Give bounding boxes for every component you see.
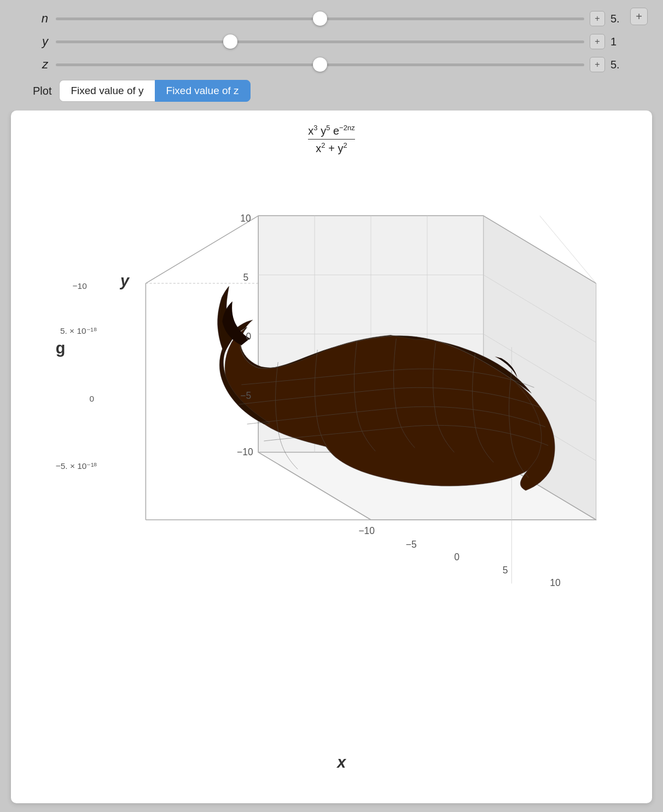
slider-track-n[interactable] bbox=[56, 12, 584, 25]
add-button[interactable]: + bbox=[630, 8, 648, 25]
tab-fixed-y[interactable]: Fixed value of y bbox=[59, 80, 154, 102]
formula-denominator: x2 + y2 bbox=[316, 141, 347, 155]
slider-value-y: 1 bbox=[610, 36, 630, 48]
chart-area: y 10 5 0 −5 −10 x −10 −5 0 5 10 g 5. × 1… bbox=[22, 171, 641, 792]
slider-value-z: 5. bbox=[610, 59, 630, 71]
formula-fraction: x3 y5 e−2nz x2 + y2 bbox=[308, 124, 354, 154]
svg-text:10: 10 bbox=[550, 578, 561, 589]
svg-text:−10: −10 bbox=[358, 525, 375, 536]
svg-text:5. × 10⁻¹⁸: 5. × 10⁻¹⁸ bbox=[60, 327, 97, 336]
slider-track-y[interactable] bbox=[56, 35, 584, 48]
plot-label: Plot bbox=[33, 85, 51, 97]
tab-fixed-z[interactable]: Fixed value of z bbox=[155, 80, 251, 102]
slider-thumb-y[interactable] bbox=[223, 34, 237, 49]
svg-text:5: 5 bbox=[503, 565, 508, 576]
slider-label-z: z bbox=[33, 57, 48, 72]
slider-value-n: 5. bbox=[610, 13, 630, 25]
svg-text:0: 0 bbox=[246, 331, 252, 342]
slider-label-y: y bbox=[33, 34, 48, 49]
y-axis-label: y bbox=[119, 272, 130, 289]
svg-text:−5. × 10⁻¹⁸: −5. × 10⁻¹⁸ bbox=[56, 462, 97, 471]
svg-line-5 bbox=[146, 216, 258, 283]
svg-text:0: 0 bbox=[89, 394, 94, 403]
slider-plus-n[interactable]: + bbox=[590, 11, 605, 26]
svg-text:0: 0 bbox=[454, 552, 460, 562]
chart-svg: y 10 5 0 −5 −10 x −10 −5 0 5 10 g 5. × 1… bbox=[22, 171, 641, 790]
svg-text:−10: −10 bbox=[73, 281, 87, 291]
plot-container: x3 y5 e−2nz x2 + y2 bbox=[11, 111, 652, 803]
slider-plus-y[interactable]: + bbox=[590, 34, 605, 49]
svg-text:5: 5 bbox=[243, 272, 248, 283]
slider-plus-z[interactable]: + bbox=[590, 57, 605, 72]
slider-row-n: n + 5. bbox=[33, 11, 630, 26]
top-panel: + n + 5. y + 1 z + 5. bbox=[0, 0, 663, 111]
svg-text:−10: −10 bbox=[237, 446, 253, 457]
slider-thumb-z[interactable] bbox=[313, 57, 327, 72]
slider-track-z[interactable] bbox=[56, 58, 584, 71]
formula: x3 y5 e−2nz x2 + y2 bbox=[308, 124, 354, 154]
slider-row-z: z + 5. bbox=[33, 57, 630, 72]
svg-text:10: 10 bbox=[240, 213, 251, 224]
slider-label-n: n bbox=[33, 11, 48, 26]
svg-text:−5: −5 bbox=[406, 540, 417, 550]
slider-thumb-n[interactable] bbox=[313, 11, 327, 26]
x-axis-label: x bbox=[336, 753, 346, 771]
g-axis-label: g bbox=[56, 340, 66, 357]
svg-text:−5: −5 bbox=[240, 390, 251, 401]
plot-row: Plot Fixed value of y Fixed value of z bbox=[33, 80, 630, 102]
formula-numerator: x3 y5 e−2nz bbox=[308, 124, 354, 140]
slider-row-y: y + 1 bbox=[33, 34, 630, 49]
